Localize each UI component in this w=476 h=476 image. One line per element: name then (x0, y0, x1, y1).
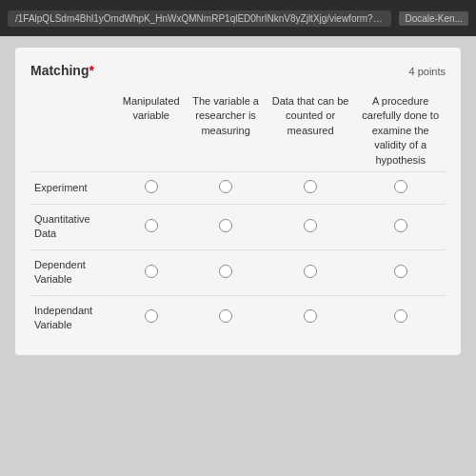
radio-experiment-3[interactable] (266, 171, 356, 204)
row-label-quantitative: Quantitative Data (30, 204, 116, 249)
col-header-data: Data that can becounted ormeasured (266, 90, 356, 171)
radio-experiment-1[interactable] (116, 171, 186, 204)
table-row: Experiment (30, 171, 446, 204)
table-row: DependentVariable (30, 249, 446, 295)
radio-dependent-3[interactable] (266, 249, 356, 295)
table-row: Quantitative Data (30, 204, 446, 249)
matching-table: Manipulatedvariable The variable aresear… (30, 90, 446, 340)
points-label: 4 points (408, 66, 446, 77)
top-bar-right-label: Docale-Ken... (399, 11, 468, 26)
radio-dependent-4[interactable] (355, 249, 446, 295)
row-label-dependent: DependentVariable (30, 249, 116, 295)
required-star: * (89, 63, 93, 78)
radio-experiment-2[interactable] (186, 171, 265, 204)
col-header-empty (30, 90, 116, 171)
row-label-independent: IndependantVariable (30, 295, 116, 340)
radio-independent-3[interactable] (266, 295, 356, 340)
row-label-experiment: Experiment (30, 171, 116, 204)
radio-independent-2[interactable] (186, 295, 265, 340)
col-header-manipulated: Manipulatedvariable (116, 90, 186, 171)
radio-quantitative-2[interactable] (186, 204, 265, 249)
col-header-procedure: A procedurecarefully done toexamine thev… (355, 90, 446, 171)
radio-dependent-1[interactable] (116, 249, 186, 295)
top-bar: /1FAlpQLSdm4Bhl1yOmdWhpK_HnWxQMNmRP1qlED… (0, 0, 476, 36)
radio-quantitative-4[interactable] (355, 204, 446, 249)
radio-dependent-2[interactable] (186, 249, 265, 295)
radio-experiment-4[interactable] (355, 171, 446, 204)
col-header-variable: The variable aresearcher ismeasuring (186, 90, 265, 171)
main-content: Matching* 4 points Manipulatedvariable T… (15, 48, 461, 355)
section-title: Matching* (30, 63, 94, 78)
url-bar[interactable]: /1FAlpQLSdm4Bhl1yOmdWhpK_HnWxQMNmRP1qlED… (8, 10, 391, 27)
radio-independent-4[interactable] (355, 295, 446, 340)
table-row: IndependantVariable (30, 295, 446, 340)
radio-quantitative-3[interactable] (266, 204, 356, 249)
radio-independent-1[interactable] (116, 295, 186, 340)
radio-quantitative-1[interactable] (116, 204, 186, 249)
